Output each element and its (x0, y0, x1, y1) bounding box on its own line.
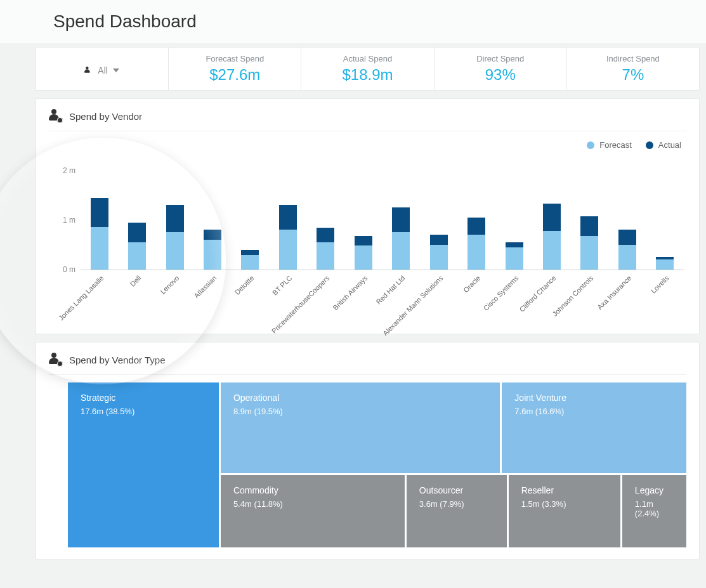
legend-label: Actual (658, 140, 681, 150)
y-tick: 2 m (63, 166, 75, 175)
bar-forecast-segment (204, 240, 221, 270)
treemap-cell-outsourcer[interactable]: Outsourcer 3.6m (7.9%) (407, 475, 507, 547)
bar-forecast-segment (241, 255, 259, 270)
bar-forecast-segment (128, 242, 146, 270)
bar-bt-plc[interactable] (269, 156, 306, 270)
bar-clifford-chance[interactable] (533, 156, 570, 270)
kpi-value: $18.9m (301, 66, 433, 84)
vendor-icon (49, 109, 63, 123)
treemap-cell-value: 7.6m (16.6%) (514, 407, 674, 416)
kpi-value: 7% (567, 66, 699, 84)
x-axis-label: Lenovo (156, 274, 193, 331)
legend-item-actual: Actual (646, 140, 681, 150)
treemap-cell-name: Reseller (521, 485, 608, 495)
section-header: Spend by Vendor (49, 107, 686, 131)
kpi-label: Actual Spend (301, 54, 433, 63)
treemap-cell-value: 3.6m (7.9%) (419, 499, 494, 509)
treemap-cell-commodity[interactable]: Commodity 5.4m (11.8%) (221, 475, 405, 547)
treemap-cell-value: 8.9m (19.5%) (233, 407, 487, 416)
bar-actual-segment (430, 235, 448, 245)
bar-forecast-segment (355, 245, 372, 270)
swatch-forecast-icon (587, 141, 594, 149)
x-axis-label: Deloitte (232, 274, 269, 331)
bar-forecast-segment (506, 247, 523, 270)
bar-jones-lang-lasalle[interactable] (81, 156, 118, 270)
spend-by-vendor-card: Spend by Vendor Forecast Actual 0 m 1 m … (36, 98, 700, 334)
bar-dell[interactable] (118, 156, 155, 270)
treemap-cell-name: Strategic (81, 393, 206, 403)
bar-actual-segment (279, 205, 297, 230)
y-tick: 0 m (63, 265, 75, 274)
bar-actual-segment (166, 205, 184, 232)
bar-forecast-segment (91, 227, 108, 270)
bar-actual-segment (543, 204, 561, 231)
kpi-value: $27.6m (169, 66, 301, 84)
bar-forecast-segment (656, 259, 674, 270)
section-header: Spend by Vendor Type (49, 350, 686, 375)
bar-axa-insurance[interactable] (608, 156, 646, 270)
y-tick: 1 m (63, 216, 75, 225)
bar-british-airways[interactable] (344, 156, 382, 270)
filter-selector[interactable]: All (85, 65, 119, 75)
bar-actual-segment (204, 230, 221, 240)
bar-actual-segment (91, 198, 108, 228)
treemap-cell-value: 1.5m (3.3%) (521, 499, 608, 509)
kpi-label: Indirect Spend (567, 54, 699, 63)
user-icon (84, 67, 92, 74)
bar-deloitte[interactable] (232, 156, 269, 270)
bar-forecast-segment (279, 230, 297, 270)
kpi-indirect: Indirect Spend 7% (567, 48, 699, 90)
bar-forecast-segment (166, 232, 184, 270)
bar-red-hat-ltd[interactable] (382, 156, 420, 270)
bar-alexander-mann-solutions[interactable] (420, 156, 457, 270)
treemap-cell-operational[interactable]: Operational 8.9m (19.5%) (221, 382, 500, 473)
vendor-icon (49, 353, 63, 367)
vendor-chart: Forecast Actual 0 m 1 m 2 m Jones Lang L… (49, 131, 686, 331)
kpi-direct: Direct Spend 93% (435, 48, 567, 90)
treemap-cell-name: Joint Venture (514, 393, 674, 403)
bar-atlassian[interactable] (193, 156, 231, 270)
x-axis-label: Jones Lang Lasalle (81, 274, 118, 331)
bar-actual-segment (467, 218, 485, 235)
treemap-cell-name: Operational (233, 393, 487, 403)
treemap-cell-reseller[interactable]: Reseller 1.5m (3.3%) (509, 475, 620, 547)
chart-grid: 0 m 1 m 2 m (81, 156, 684, 270)
filter-selector-cell: All (36, 48, 169, 90)
legend-label: Forecast (599, 140, 632, 150)
bar-lenovo[interactable] (156, 156, 193, 270)
page-title: Spend Dashboard (0, 0, 706, 43)
bar-forecast-segment (543, 231, 561, 270)
bar-actual-segment (317, 228, 334, 242)
kpi-actual: Actual Spend $18.9m (301, 48, 434, 90)
legend-item-forecast: Forecast (587, 140, 632, 150)
bar-actual-segment (506, 242, 523, 247)
bar-actual-segment (128, 223, 146, 242)
bar-forecast-segment (618, 245, 636, 270)
bar-actual-segment (580, 216, 598, 236)
bar-forecast-segment (392, 232, 410, 270)
bar-actual-segment (241, 250, 259, 255)
treemap-cell-value: 17.6m (38.5%) (81, 407, 206, 416)
bar-actual-segment (618, 230, 636, 244)
spend-by-vendor-type-card: Spend by Vendor Type Strategic 17.6m (38… (36, 342, 700, 559)
kpi-label: Direct Spend (435, 54, 566, 63)
treemap-cell-strategic[interactable]: Strategic 17.6m (38.5%) (68, 382, 219, 547)
treemap-cell-legacy[interactable]: Legacy 1.1m (2.4%) (622, 475, 686, 547)
bar-forecast-segment (317, 242, 334, 270)
x-axis-label: Lovells (646, 274, 684, 331)
swatch-actual-icon (646, 141, 653, 149)
kpi-value: 93% (435, 66, 566, 84)
bar-johnson-controls[interactable] (571, 156, 608, 270)
bar-forecast-segment (430, 245, 448, 270)
bar-lovells[interactable] (646, 156, 684, 270)
bar-actual-segment (392, 207, 410, 232)
treemap-cell-name: Commodity (233, 485, 392, 495)
bar-pricewaterhousecoopers[interactable] (307, 156, 344, 270)
treemap-cell-joint-venture[interactable]: Joint Venture 7.6m (16.6%) (502, 382, 686, 473)
bar-cisco-systems[interactable] (495, 156, 533, 270)
section-title: Spend by Vendor (69, 111, 142, 122)
bar-forecast-segment (467, 235, 485, 270)
kpi-label: Forecast Spend (169, 54, 301, 63)
bar-oracle[interactable] (457, 156, 495, 270)
x-axis-label: Dell (118, 274, 155, 331)
